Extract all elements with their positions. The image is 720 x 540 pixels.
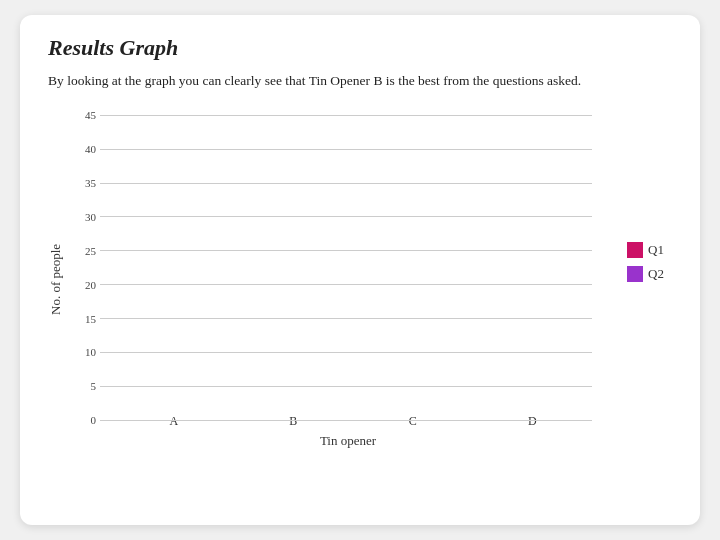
- gridline-row: 0: [68, 414, 592, 426]
- legend: Q1Q2: [627, 242, 664, 282]
- results-card: Results Graph By looking at the graph yo…: [20, 15, 700, 525]
- y-tick-label: 15: [68, 313, 100, 325]
- description-text: By looking at the graph you can clearly …: [48, 71, 672, 91]
- y-tick-label: 5: [68, 380, 100, 392]
- y-tick-label: 40: [68, 143, 100, 155]
- chart-area: No. of people 454035302520151050 Q1Q2 AB…: [48, 109, 672, 449]
- legend-color-box: [627, 242, 643, 258]
- legend-label: Q2: [648, 266, 664, 282]
- y-tick-label: 35: [68, 177, 100, 189]
- page-title: Results Graph: [48, 35, 672, 61]
- x-axis-label: Tin opener: [104, 433, 672, 449]
- plot-relative: 454035302520151050 Q1Q2: [68, 109, 672, 414]
- y-tick-label: 25: [68, 245, 100, 257]
- bars-layer: [104, 109, 592, 414]
- plot-wrapper: 454035302520151050 Q1Q2 ABCD Tin opener: [68, 109, 672, 449]
- y-tick-label: 45: [68, 109, 100, 121]
- y-tick-label: 30: [68, 211, 100, 223]
- legend-label: Q1: [648, 242, 664, 258]
- legend-item: Q2: [627, 266, 664, 282]
- y-tick-label: 0: [68, 414, 100, 426]
- y-tick-label: 20: [68, 279, 100, 291]
- legend-item: Q1: [627, 242, 664, 258]
- gridline: [100, 420, 592, 421]
- y-tick-label: 10: [68, 346, 100, 358]
- legend-color-box: [627, 266, 643, 282]
- y-axis-label: No. of people: [48, 109, 64, 449]
